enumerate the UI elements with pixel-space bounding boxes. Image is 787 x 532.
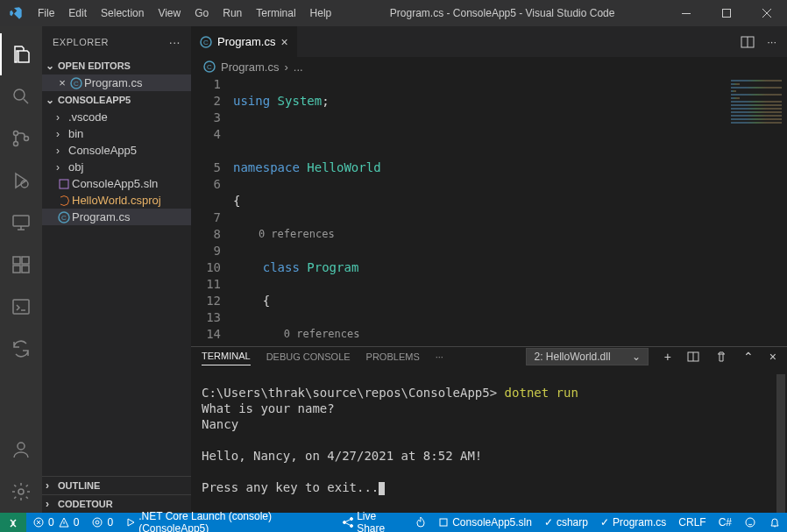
codelens[interactable]: 0 references [284, 328, 360, 340]
search-icon[interactable] [0, 75, 42, 117]
extensions-icon[interactable] [0, 244, 42, 286]
settings-gear-icon[interactable] [0, 471, 42, 513]
status-errors[interactable]: 00 [26, 513, 85, 532]
split-terminal-icon[interactable] [687, 351, 699, 363]
open-editor-label: Program.cs [84, 76, 142, 89]
menu-selection[interactable]: Selection [94, 7, 151, 19]
tab-program-cs[interactable]: C Program.cs × [191, 26, 298, 57]
chevron-down-icon: ⌄ [632, 351, 641, 363]
open-editors-header[interactable]: ⌄ OPEN EDITORS [42, 57, 191, 74]
chevron-right-icon: › [56, 161, 68, 174]
code-editor[interactable]: 123456789101112131415 using System; name… [191, 76, 787, 346]
terminal-command: dotnet run [505, 386, 578, 400]
status-live-share[interactable]: Live Share [336, 513, 409, 532]
menu-terminal[interactable]: Terminal [249, 7, 302, 19]
explorer-icon[interactable] [0, 33, 42, 75]
chevron-right-icon: › [56, 111, 68, 124]
tree-label: obj [68, 160, 83, 174]
terminal-cursor [379, 482, 385, 495]
split-editor-icon[interactable] [741, 35, 755, 49]
close-icon[interactable]: × [280, 35, 287, 49]
folder-vscode[interactable]: ›.vscode [42, 109, 191, 125]
minimap[interactable] [726, 76, 787, 346]
status-launch-config[interactable]: .NET Core Launch (console) (ConsoleApp5) [119, 513, 336, 532]
status-eol[interactable]: CRLF [672, 513, 712, 532]
file-sln[interactable]: ConsoleApp5.sln [42, 175, 191, 192]
breadcrumb-rest: ... [294, 60, 303, 74]
breadcrumb-file: Program.cs [221, 60, 279, 74]
svg-rect-10 [22, 266, 29, 273]
terminal-output[interactable]: C:\Users\thrak\source\repos\ConsoleApp5>… [191, 365, 787, 513]
folder-bin[interactable]: ›bin [42, 125, 191, 142]
outline-header[interactable]: ›OUTLINE [42, 476, 191, 494]
codelens[interactable]: 0 references [259, 228, 335, 240]
sidebar-more-icon[interactable]: ··· [169, 35, 181, 49]
csharp-file-icon: C [56, 211, 72, 223]
project-label: CONSOLEAPP5 [58, 95, 131, 105]
minimize-button[interactable] [666, 0, 706, 26]
menu-go[interactable]: Go [188, 7, 216, 19]
tree-label: HelloWorld.csproj [72, 194, 161, 207]
menu-file[interactable]: File [31, 7, 61, 19]
sync-icon[interactable] [0, 328, 42, 370]
sln-file-icon [56, 178, 72, 190]
maximize-panel-icon[interactable]: ⌃ [743, 350, 754, 364]
svg-rect-17 [60, 180, 68, 188]
status-feedback-icon[interactable] [738, 513, 762, 532]
project-header[interactable]: ⌄ CONSOLEAPP5 [42, 91, 191, 109]
outline-label: OUTLINE [58, 480, 100, 491]
file-program-cs[interactable]: CProgram.cs [42, 209, 191, 225]
terminal-panel-icon[interactable] [0, 286, 42, 328]
tab-debug-console[interactable]: DEBUG CONSOLE [266, 348, 351, 365]
status-file[interactable]: ✓ Program.cs [594, 513, 672, 532]
window-title: Program.cs - ConsoleApp5 - Visual Studio… [338, 7, 666, 19]
line-numbers: 123456789101112131415 [191, 76, 233, 346]
breadcrumb-sep: › [284, 60, 287, 74]
trash-icon[interactable] [715, 351, 727, 363]
svg-text:C: C [74, 80, 79, 88]
status-lang-server[interactable]: ✓ csharp [538, 513, 594, 532]
csproj-file-icon [56, 195, 72, 207]
chevron-down-icon: ⌄ [46, 60, 58, 72]
maximize-button[interactable] [706, 0, 747, 26]
svg-point-29 [344, 521, 346, 524]
close-icon[interactable]: × [56, 76, 68, 89]
open-editor-item[interactable]: × C Program.cs [42, 74, 191, 91]
code-content[interactable]: using System; namespace HelloWorld { 0 r… [233, 76, 787, 346]
more-icon[interactable]: ··· [767, 35, 776, 48]
file-csproj[interactable]: HelloWorld.csproj [42, 192, 191, 209]
csharp-file-icon: C [200, 36, 212, 48]
svg-point-27 [93, 518, 102, 527]
terminal-selector[interactable]: 2: HelloWorld.dll⌄ [526, 348, 648, 365]
svg-point-4 [14, 142, 18, 146]
tree-label: bin [68, 127, 83, 140]
status-bell-icon[interactable] [762, 513, 787, 532]
folder-obj[interactable]: ›obj [42, 159, 191, 175]
tab-terminal[interactable]: TERMINAL [202, 347, 251, 365]
svg-rect-11 [22, 257, 29, 264]
status-ports[interactable]: 0 [85, 513, 119, 532]
breadcrumb[interactable]: C Program.cs › ... [191, 57, 787, 76]
folder-consoleapp5[interactable]: ›ConsoleApp5 [42, 142, 191, 159]
remote-explorer-icon[interactable] [0, 202, 42, 244]
account-icon[interactable] [0, 429, 42, 471]
source-control-icon[interactable] [0, 117, 42, 160]
status-flame[interactable] [409, 513, 432, 532]
tab-problems[interactable]: PROBLEMS [366, 348, 420, 365]
svg-point-14 [18, 489, 24, 494]
explorer-sidebar: EXPLORER ··· ⌄ OPEN EDITORS × C Program.… [42, 26, 191, 513]
status-language[interactable]: C# [713, 513, 738, 532]
menu-view[interactable]: View [151, 7, 188, 19]
remote-indicator[interactable] [0, 513, 26, 532]
scrollbar[interactable] [776, 374, 785, 513]
new-terminal-icon[interactable]: + [664, 350, 671, 364]
tab-more[interactable]: ··· [436, 348, 443, 365]
csharp-file-icon: C [203, 60, 216, 73]
close-button[interactable] [747, 0, 787, 26]
menu-help[interactable]: Help [303, 7, 339, 19]
status-solution[interactable]: ConsoleApp5.sln [432, 513, 538, 532]
menu-edit[interactable]: Edit [61, 7, 94, 19]
close-panel-icon[interactable]: × [769, 350, 776, 364]
menu-run[interactable]: Run [216, 7, 249, 19]
run-debug-icon[interactable] [0, 160, 42, 202]
